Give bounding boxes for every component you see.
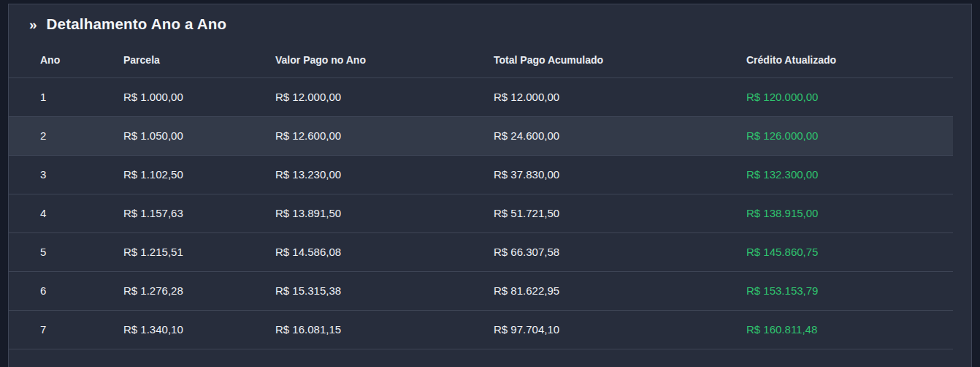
cell-ano: 2 [9,116,92,155]
cell-total-pago-acumulado: R$ 81.622,95 [462,271,715,310]
cell-valor-pago-no-ano: R$ 16.081,15 [244,310,462,349]
table-row[interactable]: 6 R$ 1.276,28 R$ 15.315,38 R$ 81.622,95 … [9,271,953,310]
cell-credito-atualizado: R$ 132.300,00 [715,155,953,194]
column-header-parcela: Parcela [92,43,244,78]
cell-ano: 5 [9,232,92,271]
detalhamento-card: » Detalhamento Ano a Ano Ano Parcela Val… [8,4,972,367]
cell-credito-atualizado: R$ 153.153,79 [715,271,953,310]
cell-total-pago-acumulado: R$ 12.000,00 [462,77,715,116]
chevron-double-right-icon[interactable]: » [29,18,37,31]
cell-credito-atualizado: R$ 138.915,00 [715,194,953,232]
cell-ano: 6 [9,271,92,310]
cell-valor-pago-no-ano: R$ 12.600,00 [244,116,462,155]
table-row[interactable]: 4 R$ 1.157,63 R$ 13.891,50 R$ 51.721,50 … [9,194,953,232]
cell-parcela: R$ 1.215,51 [92,232,244,271]
cell-parcela: R$ 1.102,50 [92,155,244,194]
column-header-valor-pago-no-ano: Valor Pago no Ano [244,43,462,78]
cell-ano: 4 [9,194,92,232]
year-breakdown-table: Ano Parcela Valor Pago no Ano Total Pago… [9,43,953,349]
table-header-row: Ano Parcela Valor Pago no Ano Total Pago… [9,43,953,78]
cell-total-pago-acumulado: R$ 24.600,00 [462,116,715,155]
cell-parcela: R$ 1.340,10 [92,310,244,349]
table-row-highlighted[interactable]: 2 R$ 1.050,00 R$ 12.600,00 R$ 24.600,00 … [9,116,953,155]
cell-parcela: R$ 1.050,00 [92,116,244,155]
cell-parcela: R$ 1.276,28 [92,271,244,310]
cell-total-pago-acumulado: R$ 97.704,10 [462,310,715,349]
cell-credito-atualizado: R$ 126.000,00 [715,116,953,155]
column-header-ano: Ano [9,43,92,78]
cell-credito-atualizado: R$ 145.860,75 [715,232,953,271]
cell-ano: 1 [9,77,92,116]
table-row[interactable]: 1 R$ 1.000,00 R$ 12.000,00 R$ 12.000,00 … [9,77,953,116]
cell-ano: 3 [9,155,92,194]
table-row[interactable]: 3 R$ 1.102,50 R$ 13.230,00 R$ 37.830,00 … [9,155,953,194]
cell-parcela: R$ 1.000,00 [92,77,244,116]
year-breakdown-table-wrap: Ano Parcela Valor Pago no Ano Total Pago… [9,43,953,349]
cell-valor-pago-no-ano: R$ 13.230,00 [244,155,462,194]
cell-credito-atualizado: R$ 120.000,00 [715,77,953,116]
card-header: » Detalhamento Ano a Ano [9,4,971,43]
column-header-credito-atualizado: Crédito Atualizado [715,43,953,78]
cell-parcela: R$ 1.157,63 [92,194,244,232]
cell-ano: 7 [9,310,92,349]
cell-valor-pago-no-ano: R$ 14.586,08 [244,232,462,271]
cell-total-pago-acumulado: R$ 51.721,50 [462,194,715,232]
cell-total-pago-acumulado: R$ 37.830,00 [462,155,715,194]
cell-valor-pago-no-ano: R$ 12.000,00 [244,77,462,116]
cell-total-pago-acumulado: R$ 66.307,58 [462,232,715,271]
cell-valor-pago-no-ano: R$ 13.891,50 [244,194,462,232]
column-header-total-pago-acumulado: Total Pago Acumulado [462,43,715,78]
table-row[interactable]: 5 R$ 1.215,51 R$ 14.586,08 R$ 66.307,58 … [9,232,953,271]
cell-valor-pago-no-ano: R$ 15.315,38 [244,271,462,310]
table-row[interactable]: 7 R$ 1.340,10 R$ 16.081,15 R$ 97.704,10 … [9,310,953,349]
cell-credito-atualizado: R$ 160.811,48 [715,310,953,349]
page-background: » Detalhamento Ano a Ano Ano Parcela Val… [0,0,980,367]
page-title: Detalhamento Ano a Ano [47,15,227,34]
